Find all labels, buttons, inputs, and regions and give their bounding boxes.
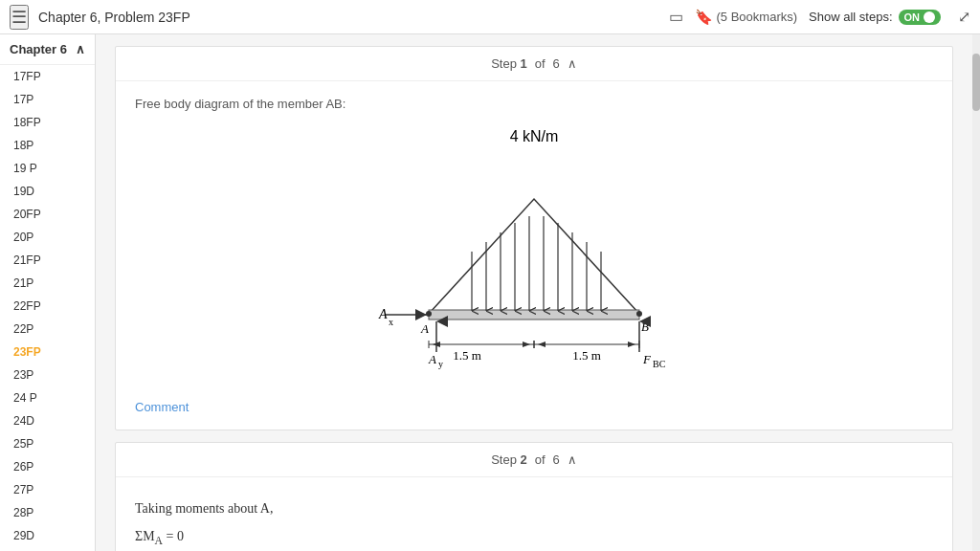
sidebar-item-18p[interactable]: 18P (0, 134, 95, 157)
svg-text:B: B (641, 320, 649, 334)
svg-text:1.5 m: 1.5 m (572, 348, 601, 363)
bookmarks-label: (5 Bookmarks) (717, 10, 798, 24)
main-layout: Chapter 6 ∧ 17FP17P18FP18P19 P19D20FP20P… (0, 34, 980, 551)
sidebar-item-21p[interactable]: 21P (0, 272, 95, 295)
expand-button[interactable]: ⤢ (958, 8, 970, 26)
diagram-container: 4 kN/m (135, 122, 933, 381)
intro-line: Taking moments about A, (135, 496, 933, 520)
page-title: Chapter 6, Problem 23FP (38, 10, 659, 25)
sidebar-header: Chapter 6 ∧ (0, 34, 95, 65)
step1-card: Step 1 of 6 ∧ Free body diagram of the m… (115, 46, 953, 430)
sidebar-item-30p[interactable]: 30P (0, 547, 95, 551)
svg-text:F: F (642, 352, 652, 366)
svg-text:1.5 m: 1.5 m (453, 348, 481, 363)
sidebar-item-20fp[interactable]: 20FP (0, 203, 95, 226)
step2-of: of (535, 452, 546, 467)
toggle-switch[interactable]: ON (899, 10, 942, 25)
show-steps-container: Show all steps: ON (809, 10, 941, 25)
toggle-dot (924, 11, 935, 23)
step1-chevron[interactable]: ∧ (568, 56, 577, 71)
step2-body: Taking moments about A, ΣMA = 0 (FBC)(3)… (116, 477, 952, 551)
sidebar-item-19p[interactable]: 19 P (0, 157, 95, 180)
show-steps-label: Show all steps: (809, 10, 892, 24)
collapse-icon[interactable]: ∧ (76, 42, 85, 56)
svg-text:y: y (438, 359, 443, 369)
step2-header: Step 2 of 6 ∧ (116, 443, 952, 477)
sidebar-item-24d[interactable]: 24D (0, 409, 95, 432)
sidebar-item-25p[interactable]: 25P (0, 432, 95, 455)
sidebar-item-22fp[interactable]: 22FP (0, 295, 95, 318)
right-scrollbar[interactable] (972, 34, 980, 551)
svg-text:A: A (378, 307, 388, 321)
load-label: 4 kN/m (510, 128, 559, 144)
step1-body: Free body diagram of the member AB: 4 kN… (116, 81, 952, 430)
step1-of: of (535, 56, 546, 71)
step2-label: Step 2 (491, 452, 527, 467)
sidebar-item-24p[interactable]: 24 P (0, 386, 95, 409)
sidebar-item-17fp[interactable]: 17FP (0, 65, 95, 88)
sidebar-items: 17FP17P18FP18P19 P19D20FP20P21FP21P22FP2… (0, 65, 95, 551)
svg-rect-1 (429, 310, 639, 320)
eq1-line: ΣMA = 0 (135, 524, 933, 551)
sidebar-item-27p[interactable]: 27P (0, 478, 95, 501)
topbar-icons: ▭ 🔖 (5 Bookmarks) Show all steps: ON ⤢ (669, 8, 970, 26)
bookmark-icon: 🔖 (695, 9, 713, 26)
step1-total: 6 (553, 56, 560, 71)
sidebar-item-23p[interactable]: 23P (0, 364, 95, 386)
svg-marker-35 (628, 342, 635, 347)
sidebar-item-19d[interactable]: 19D (0, 180, 95, 203)
tablet-icon-btn[interactable]: ▭ (669, 8, 683, 26)
svg-text:x: x (389, 317, 393, 327)
sidebar-item-26p[interactable]: 26P (0, 455, 95, 478)
sidebar: Chapter 6 ∧ 17FP17P18FP18P19 P19D20FP20P… (0, 34, 96, 551)
sidebar-item-18fp[interactable]: 18FP (0, 111, 95, 134)
svg-marker-34 (538, 342, 546, 347)
sidebar-item-23fp[interactable]: 23FP (0, 341, 95, 364)
topbar: ☰ Chapter 6, Problem 23FP ▭ 🔖 (5 Bookmar… (0, 0, 980, 34)
sidebar-item-29d[interactable]: 29D (0, 524, 95, 547)
sidebar-item-20p[interactable]: 20P (0, 226, 95, 249)
step2-card: Step 2 of 6 ∧ Taking moments about A, ΣM… (115, 442, 953, 551)
tablet-icon: ▭ (669, 8, 683, 26)
comment-link[interactable]: Comment (135, 400, 189, 414)
menu-icon[interactable]: ☰ (10, 5, 29, 30)
scrollbar-thumb (972, 54, 980, 111)
content-area: Step 1 of 6 ∧ Free body diagram of the m… (96, 34, 972, 551)
step2-chevron[interactable]: ∧ (568, 452, 577, 467)
math-content: Taking moments about A, ΣMA = 0 (FBC)(3)… (135, 496, 933, 551)
intro-text: Taking moments about A, (135, 496, 273, 520)
sidebar-item-22p[interactable]: 22P (0, 318, 95, 341)
fbd-diagram: 4 kN/m (333, 122, 735, 381)
step1-header: Step 1 of 6 ∧ (116, 47, 952, 81)
sidebar-item-21fp[interactable]: 21FP (0, 249, 95, 272)
step1-label: Step 1 (491, 56, 527, 71)
svg-point-15 (426, 311, 432, 317)
svg-marker-29 (523, 342, 530, 347)
svg-text:A: A (428, 352, 436, 366)
svg-point-20 (636, 311, 642, 317)
bookmarks-button[interactable]: 🔖 (5 Bookmarks) (695, 9, 798, 26)
step2-total: 6 (553, 452, 560, 467)
svg-text:BC: BC (653, 359, 666, 369)
svg-marker-0 (429, 199, 639, 314)
sidebar-item-28p[interactable]: 28P (0, 501, 95, 524)
sidebar-item-17p[interactable]: 17P (0, 88, 95, 111)
toggle-label: ON (904, 11, 921, 23)
chapter-label: Chapter 6 (10, 42, 67, 56)
svg-text:A: A (420, 321, 429, 336)
diagram-title: Free body diagram of the member AB: (135, 97, 933, 111)
